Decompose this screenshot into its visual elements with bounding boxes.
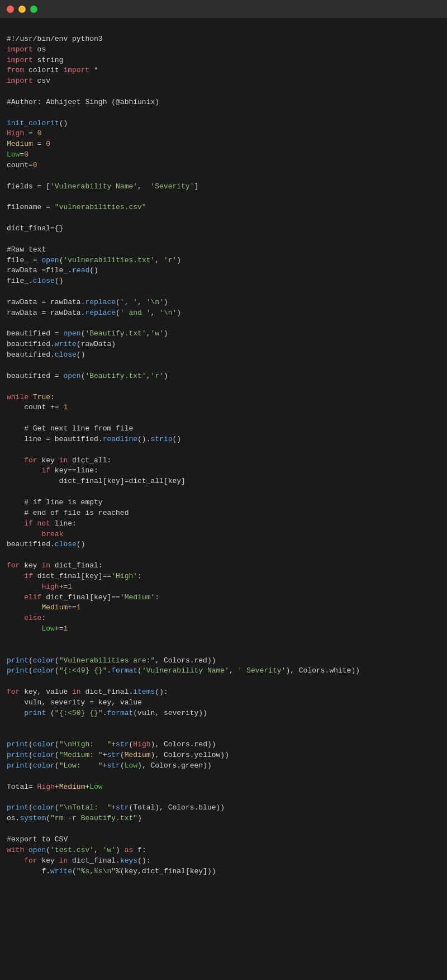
- shebang-line: #!/usr/bin/env python3: [7, 35, 103, 43]
- titlebar: [0, 0, 447, 18]
- window: #!/usr/bin/env python3 import os import …: [0, 0, 447, 980]
- init-colorit-call: init_colorit: [7, 119, 59, 127]
- minimize-button[interactable]: [18, 6, 26, 13]
- import-keyword: import: [7, 45, 33, 54]
- code-editor: #!/usr/bin/env python3 import os import …: [0, 18, 447, 893]
- close-button[interactable]: [7, 6, 14, 13]
- maximize-button[interactable]: [30, 6, 37, 13]
